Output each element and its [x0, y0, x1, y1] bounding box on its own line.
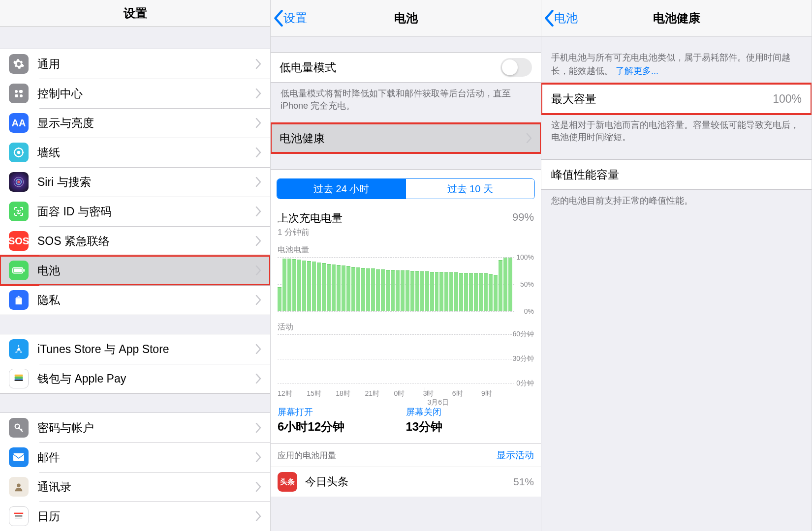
health-intro: 手机电池与所有可充电电池类似，属于易耗部件。使用时间越长，能效越低。 了解更多.… [541, 36, 812, 84]
row-label: 隐私 [37, 293, 255, 308]
last-charge-title: 上次充电电量 [278, 211, 343, 226]
row-label: 钱包与 Apple Pay [37, 371, 255, 386]
chevron-left-icon [544, 10, 554, 27]
settings-row-privacy[interactable]: 隐私 [0, 285, 270, 315]
level-bar [337, 265, 341, 312]
settings-row-control[interactable]: 控制中心 [0, 79, 270, 108]
level-bar [327, 264, 331, 312]
battery-level-chart: 100% 50% 0% [271, 257, 541, 315]
chevron-right-icon [255, 344, 261, 354]
settings-row-gear[interactable]: 通用 [0, 49, 270, 79]
level-bar [376, 269, 380, 312]
segment-24h[interactable]: 过去 24 小时 [277, 179, 406, 199]
back-label: 电池 [554, 10, 578, 26]
screen-time-stats: 屏幕打开 6小时12分钟 屏幕关闭 13分钟 [271, 399, 541, 444]
max-capacity-value: 100% [773, 92, 802, 106]
chevron-right-icon [255, 266, 261, 275]
peak-perf-row[interactable]: 峰值性能容量 [541, 159, 812, 190]
axis-0: 0% [524, 307, 534, 315]
settings-row-display[interactable]: AA显示与亮度 [0, 108, 270, 138]
level-chart-label: 电池电量 [271, 242, 541, 257]
settings-row-contacts[interactable]: 通讯录 [0, 472, 270, 502]
learn-more-link[interactable]: 了解更多... [616, 66, 658, 76]
level-bar [278, 287, 281, 312]
privacy-icon [9, 290, 29, 310]
svg-rect-17 [23, 269, 25, 272]
settings-row-faceid[interactable]: 面容 ID 与密码 [0, 197, 270, 226]
settings-group-1: 通用控制中心AA显示与亮度墙纸Siri 与搜索面容 ID 与密码SOSSOS 紧… [0, 49, 270, 315]
level-bar [361, 268, 365, 311]
level-bar [449, 272, 453, 311]
level-bar [366, 268, 370, 311]
max-capacity-row[interactable]: 最大容量 100% [541, 84, 812, 114]
settings-row-mail[interactable]: 邮件 [0, 442, 270, 472]
svg-rect-19 [15, 377, 23, 379]
level-bar [342, 266, 345, 312]
level-bar [371, 268, 375, 311]
segment-10d[interactable]: 过去 10 天 [406, 179, 535, 199]
nav-title: 电池 [394, 10, 418, 26]
svg-rect-23 [13, 453, 24, 461]
peak-perf-desc: 您的电池目前支持正常的峰值性能。 [541, 190, 812, 207]
level-bar [332, 265, 336, 312]
activity-chart: 60分钟 30分钟 0分钟 [271, 334, 541, 387]
row-label: 显示与亮度 [37, 116, 255, 131]
contacts-icon [9, 477, 29, 497]
svg-rect-25 [14, 513, 23, 514]
battery-health-row[interactable]: 电池健康 [271, 123, 541, 153]
screen-off-cap: 屏幕关闭 [406, 406, 534, 418]
time-range-segmented[interactable]: 过去 24 小时 过去 10 天 [277, 178, 535, 199]
level-bar [499, 260, 502, 312]
level-bar [396, 270, 400, 312]
level-bar [454, 272, 458, 311]
last-charge-value: 99% [512, 211, 534, 224]
level-bar [459, 273, 463, 311]
low-power-switch[interactable] [500, 58, 532, 77]
back-button[interactable]: 电池 [544, 0, 578, 36]
level-bar [346, 266, 350, 311]
settings-row-calendar[interactable]: 日历 [0, 502, 270, 531]
level-bar [430, 272, 434, 311]
back-button[interactable]: 设置 [274, 0, 307, 36]
level-bar [322, 263, 326, 311]
appstore-icon [9, 339, 29, 359]
level-bar [464, 273, 468, 311]
chevron-right-icon [255, 423, 261, 433]
settings-row-battery[interactable]: 电池 [0, 256, 270, 285]
app-usage-title: 应用的电池用量 [278, 450, 336, 461]
x-tick: 18时 [336, 389, 365, 398]
level-bar [356, 267, 360, 311]
row-label: 墙纸 [37, 145, 255, 160]
svg-rect-2 [15, 94, 18, 97]
level-bar [415, 271, 419, 312]
row-label: SOS 紧急联络 [37, 234, 255, 249]
settings-row-sos[interactable]: SOSSOS 紧急联络 [0, 226, 270, 256]
chevron-left-icon [274, 10, 283, 27]
chevron-right-icon [255, 374, 261, 384]
axis-50: 50% [520, 280, 534, 288]
axis-100: 100% [516, 253, 534, 261]
chevron-right-icon [255, 88, 261, 98]
level-bar [391, 270, 395, 312]
show-activity-link[interactable]: 显示活动 [497, 449, 534, 462]
app-icon-toutiao: 头条 [278, 472, 297, 492]
app-name: 今日头条 [305, 474, 513, 489]
level-bar [439, 272, 443, 311]
level-bar [317, 263, 321, 311]
settings-row-siri[interactable]: Siri 与搜索 [0, 167, 270, 197]
svg-rect-1 [19, 90, 23, 93]
chevron-right-icon [255, 59, 261, 69]
settings-row-appstore[interactable]: iTunes Store 与 App Store [0, 334, 270, 364]
level-bar [406, 270, 409, 312]
chevron-right-icon [255, 511, 261, 521]
low-power-group: 低电量模式 [271, 52, 541, 83]
chevron-right-icon [255, 118, 261, 128]
low-power-row[interactable]: 低电量模式 [271, 53, 541, 82]
settings-row-wallpaper[interactable]: 墙纸 [0, 138, 270, 167]
app-usage-row[interactable]: 头条 今日头条 51% [271, 467, 541, 497]
level-bar [435, 272, 439, 311]
nav-title: 电池健康 [653, 10, 700, 26]
settings-row-wallet[interactable]: 钱包与 Apple Pay [0, 364, 270, 393]
svg-point-3 [20, 94, 23, 97]
settings-row-passwords[interactable]: 密码与帐户 [0, 413, 270, 442]
